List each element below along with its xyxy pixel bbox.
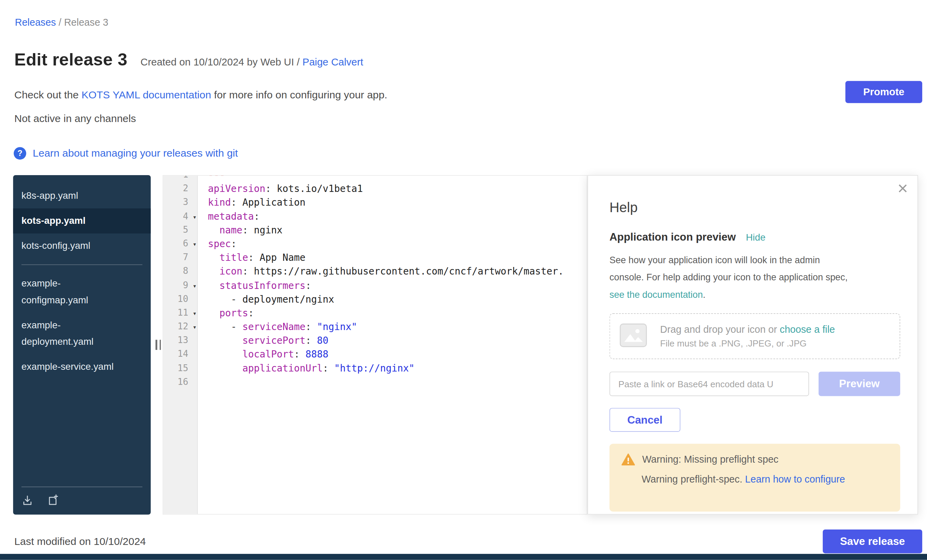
line-number: 11▾ — [163, 306, 198, 320]
code-line[interactable]: 3kind: Application — [163, 196, 587, 209]
kots-yaml-doc-link[interactable]: KOTS YAML documentation — [82, 89, 211, 101]
choose-file-link[interactable]: choose a file — [780, 324, 835, 334]
code-line[interactable]: 1--- — [163, 175, 587, 182]
description-line: See how your application icon will look … — [609, 251, 900, 269]
code-line[interactable]: 2apiVersion: kots.io/v1beta1 — [163, 182, 587, 195]
warning-box: Warning: Missing preflight spec Warning … — [609, 444, 900, 512]
file-tree-item[interactable]: example-deployment.yaml — [13, 313, 150, 354]
fold-arrow-icon[interactable]: ▾ — [193, 238, 197, 251]
code-line[interactable]: 8 icon: https://raw.githubusercontent.co… — [163, 264, 587, 278]
channel-status: Not active in any channels — [14, 112, 136, 125]
file-tree-item[interactable]: example-configmap.yaml — [13, 271, 150, 313]
breadcrumb-current: / Release 3 — [56, 17, 108, 27]
import-file-icon[interactable] — [21, 494, 33, 506]
help-title: Help — [609, 199, 900, 216]
code-line[interactable]: 9▾ statusInformers: — [163, 278, 587, 292]
code-line[interactable]: 15 applicationUrl: "http://nginx" — [163, 361, 587, 375]
created-text: Created on 10/10/2024 by Web UI / — [141, 56, 302, 68]
code-line-content: - serviceName: "nginx" — [198, 320, 587, 334]
title-row: Edit release 3 Created on 10/10/2024 by … — [14, 50, 363, 70]
file-tree-item[interactable]: kots-config.yaml — [13, 234, 150, 258]
code-line[interactable]: 6▾spec: — [163, 237, 587, 251]
code-line-content: - deployment/nginx — [198, 292, 587, 306]
line-number: 15 — [163, 361, 198, 375]
fold-arrow-icon[interactable]: ▾ — [193, 279, 197, 293]
code-line-content: applicationUrl: "http://nginx" — [198, 361, 587, 375]
code-line[interactable]: 5 name: nginx — [163, 223, 587, 237]
file-tree-list: k8s-app.yamlkots-app.yamlkots-config.yam… — [13, 184, 150, 379]
save-release-button[interactable]: Save release — [823, 530, 922, 554]
see-documentation-link[interactable]: see the documentation — [609, 290, 703, 300]
footer: Last modified on 10/10/2024 Save release — [14, 530, 922, 554]
code-line[interactable]: 4▾metadata: — [163, 209, 587, 223]
file-tree: k8s-app.yamlkots-app.yamlkots-config.yam… — [13, 175, 150, 515]
new-file-icon[interactable] — [47, 494, 60, 506]
warning-detail: Warning preflight-spec. Learn how to con… — [642, 473, 888, 485]
promote-button[interactable]: Promote — [845, 81, 922, 103]
code-line-content: icon: https://raw.githubusercontent.com/… — [198, 264, 587, 278]
preview-button[interactable]: Preview — [819, 372, 900, 396]
icon-url-input[interactable] — [609, 372, 809, 396]
code-editor[interactable]: 1---2apiVersion: kots.io/v1beta13kind: A… — [163, 175, 587, 515]
hide-link[interactable]: Hide — [746, 232, 766, 243]
configure-link[interactable]: Learn how to configure — [745, 473, 845, 484]
line-number: 7 — [163, 251, 198, 264]
code-line[interactable]: 7 title: App Name — [163, 251, 587, 264]
code-line-content — [198, 375, 587, 389]
file-tree-divider — [21, 264, 143, 265]
code-line[interactable]: 16 — [163, 375, 587, 389]
code-line-content: statusInformers: — [198, 278, 587, 292]
line-number: 16 — [163, 375, 198, 389]
file-tree-item[interactable]: example-service.yaml — [13, 354, 150, 379]
code-line-content: name: nginx — [198, 223, 587, 237]
dropzone-label: Drag and drop your icon or — [660, 324, 780, 334]
description-line: console. For help adding your icon to th… — [609, 269, 900, 286]
page-title: Edit release 3 — [14, 50, 128, 70]
line-number: 9▾ — [163, 278, 198, 292]
git-help-row: ? Learn about managing your releases wit… — [14, 147, 238, 159]
file-tree-item[interactable]: k8s-app.yaml — [13, 184, 150, 208]
line-number: 3 — [163, 196, 198, 209]
line-number: 5 — [163, 223, 198, 237]
breadcrumb: Releases / Release 3 — [15, 17, 108, 28]
warning-detail-text: Warning preflight-spec. — [642, 473, 745, 484]
file-type-hint: File must be a .PNG, .JPEG, or .JPG — [660, 338, 835, 349]
git-help-link[interactable]: Learn about managing your releases with … — [33, 147, 238, 159]
line-number: 1 — [163, 175, 198, 182]
question-icon: ? — [14, 147, 26, 159]
warning-title: Warning: Missing preflight spec — [642, 454, 778, 465]
fold-arrow-icon[interactable]: ▾ — [193, 320, 197, 334]
code-line-content: kind: Application — [198, 196, 587, 209]
icon-url-row: Preview — [609, 372, 900, 396]
resize-handle-left[interactable] — [156, 340, 161, 350]
code-line[interactable]: 14 localPort: 8888 — [163, 348, 587, 361]
line-number: 12▾ — [163, 320, 198, 334]
breadcrumb-releases-link[interactable]: Releases — [15, 17, 56, 27]
close-icon[interactable]: × — [898, 179, 908, 197]
code-line[interactable]: 10 - deployment/nginx — [163, 292, 587, 306]
line-number: 6▾ — [163, 237, 198, 251]
fold-arrow-icon[interactable]: ▾ — [193, 210, 197, 224]
code-line-content: title: App Name — [198, 251, 587, 264]
code-line-content: servicePort: 80 — [198, 334, 587, 348]
line-number: 13 — [163, 334, 198, 348]
doc-hint-prefix: Check out the — [14, 89, 82, 101]
file-tree-item[interactable]: kots-app.yaml — [13, 208, 150, 234]
code-lines: 1---2apiVersion: kots.io/v1beta13kind: A… — [163, 175, 587, 389]
file-tree-actions — [21, 487, 143, 506]
code-line-content: --- — [198, 175, 587, 182]
fold-arrow-icon[interactable]: ▾ — [193, 307, 197, 320]
code-line[interactable]: 12▾ - serviceName: "nginx" — [163, 320, 587, 334]
code-line[interactable]: 11▾ ports: — [163, 306, 587, 320]
description-period: . — [703, 290, 705, 300]
icon-dropzone[interactable]: Drag and drop your icon or choose a file… — [609, 313, 900, 359]
code-line-content: localPort: 8888 — [198, 348, 587, 361]
author-link[interactable]: Paige Calvert — [302, 56, 363, 68]
last-modified: Last modified on 10/10/2024 — [14, 535, 146, 547]
doc-hint-suffix: for more info on configuring your app. — [211, 89, 388, 101]
code-line-content: ports: — [198, 306, 587, 320]
page: Releases / Release 3 Edit release 3 Crea… — [0, 0, 927, 560]
cancel-button[interactable]: Cancel — [609, 408, 681, 432]
code-line[interactable]: 13 servicePort: 80 — [163, 334, 587, 348]
created-line: Created on 10/10/2024 by Web UI / Paige … — [141, 56, 363, 68]
